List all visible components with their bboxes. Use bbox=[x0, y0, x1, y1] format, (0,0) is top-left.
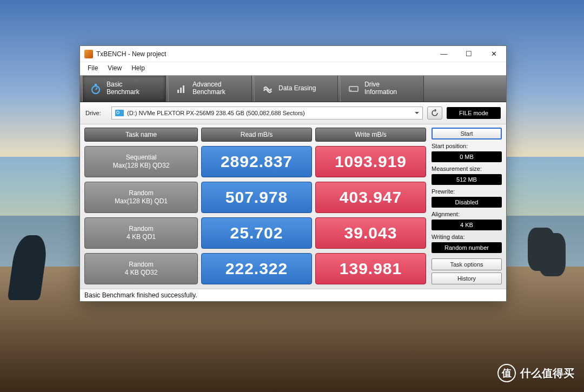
tab-label: Advanced bbox=[193, 81, 221, 88]
refresh-icon bbox=[431, 109, 439, 117]
window-title: TxBENCH - New project bbox=[96, 50, 166, 58]
write-value: 139.981 bbox=[315, 253, 426, 284]
svg-rect-3 bbox=[177, 90, 179, 93]
measurement-size-label: Measurement size: bbox=[432, 165, 502, 172]
status-bar: Basic Benchmark finished successfully. bbox=[80, 289, 506, 301]
svg-line-2 bbox=[96, 88, 97, 90]
disk-icon bbox=[115, 110, 124, 116]
minimize-button[interactable]: — bbox=[432, 46, 456, 62]
watermark: 值 什么值得买 bbox=[497, 364, 574, 382]
task-name-cell: Random 4 KB QD1 bbox=[84, 217, 198, 249]
start-position-value[interactable]: 0 MB bbox=[432, 151, 502, 162]
tab-advanced-benchmark[interactable]: AdvancedBenchmark bbox=[168, 76, 252, 102]
col-header-read: Read mB/s bbox=[201, 128, 312, 142]
drive-label: Drive: bbox=[85, 110, 107, 116]
read-value: 222.322 bbox=[201, 253, 312, 284]
drive-dropdown[interactable]: (D:) NVMe PLEXTOR PX-256M9 238.45 GB (50… bbox=[111, 107, 423, 119]
menu-file[interactable]: File bbox=[83, 63, 102, 73]
start-position-label: Start position: bbox=[432, 143, 502, 149]
side-panel: Start Start position: 0 MB Measurement s… bbox=[432, 128, 502, 287]
tab-label: Drive bbox=[364, 81, 380, 88]
alignment-value[interactable]: 4 KB bbox=[432, 220, 502, 230]
read-value: 2892.837 bbox=[201, 146, 312, 177]
tab-basic-benchmark[interactable]: BasicBenchmark bbox=[82, 76, 166, 102]
read-value: 507.978 bbox=[201, 182, 312, 213]
writing-data-label: Writing data: bbox=[432, 234, 502, 240]
table-row: Random 4 KB QD32 222.322 139.981 bbox=[84, 253, 426, 284]
titlebar[interactable]: TxBENCH - New project — ☐ ✕ bbox=[80, 46, 506, 62]
tab-label: Benchmark bbox=[193, 88, 225, 96]
table-row: Sequential Max(128 KB) QD32 2892.837 109… bbox=[84, 146, 426, 177]
prewrite-value[interactable]: Disabled bbox=[432, 197, 502, 208]
measurement-size-value[interactable]: 512 MB bbox=[432, 174, 502, 185]
close-button[interactable]: ✕ bbox=[481, 46, 506, 62]
results-column: Task name Read mB/s Write mB/s Sequentia… bbox=[84, 128, 426, 287]
erase-icon bbox=[262, 83, 273, 94]
tab-drive-information[interactable]: DriveInformation bbox=[340, 76, 424, 102]
menu-bar: File View Help bbox=[80, 62, 506, 75]
task-name-cell: Random Max(128 KB) QD1 bbox=[84, 182, 198, 213]
bars-icon bbox=[176, 83, 187, 94]
table-row: Random 4 KB QD1 25.702 39.043 bbox=[84, 217, 426, 249]
svg-rect-1 bbox=[95, 84, 97, 85]
main-area: Task name Read mB/s Write mB/s Sequentia… bbox=[80, 124, 506, 289]
watermark-text: 什么值得买 bbox=[520, 366, 574, 381]
app-window: TxBENCH - New project — ☐ ✕ File View He… bbox=[79, 45, 507, 302]
write-value: 1093.919 bbox=[315, 146, 426, 177]
stopwatch-icon bbox=[90, 83, 101, 94]
read-value: 25.702 bbox=[201, 217, 312, 249]
task-name-cell: Random 4 KB QD32 bbox=[84, 253, 198, 284]
history-button[interactable]: History bbox=[432, 273, 502, 284]
refresh-button[interactable] bbox=[427, 107, 442, 119]
start-button[interactable]: Start bbox=[432, 128, 502, 139]
write-value: 403.947 bbox=[315, 182, 426, 213]
tab-label: Data Erasing bbox=[278, 85, 316, 92]
col-header-task: Task name bbox=[84, 128, 198, 142]
drive-selector-row: Drive: (D:) NVMe PLEXTOR PX-256M9 238.45… bbox=[80, 102, 506, 124]
drive-icon bbox=[348, 83, 359, 94]
task-name-cell: Sequential Max(128 KB) QD32 bbox=[84, 146, 198, 177]
app-icon bbox=[84, 50, 93, 58]
table-row: Random Max(128 KB) QD1 507.978 403.947 bbox=[84, 182, 426, 213]
task-options-button[interactable]: Task options bbox=[432, 258, 502, 270]
file-mode-button[interactable]: FILE mode bbox=[447, 107, 501, 119]
tab-label: Benchmark bbox=[107, 88, 140, 96]
tab-label: Basic bbox=[107, 81, 122, 88]
ribbon-tabs: BasicBenchmark AdvancedBenchmark Data Er… bbox=[80, 75, 506, 102]
svg-rect-4 bbox=[180, 88, 182, 93]
writing-data-value[interactable]: Random number bbox=[432, 242, 502, 253]
prewrite-label: Prewrite: bbox=[432, 188, 502, 195]
drive-selected-text: (D:) NVMe PLEXTOR PX-256M9 238.45 GB (50… bbox=[127, 110, 305, 116]
write-value: 39.043 bbox=[315, 217, 426, 249]
maximize-button[interactable]: ☐ bbox=[456, 46, 481, 62]
tab-label: Information bbox=[364, 88, 397, 96]
svg-rect-5 bbox=[183, 85, 184, 93]
col-header-write: Write mB/s bbox=[315, 128, 426, 142]
menu-view[interactable]: View bbox=[103, 63, 126, 73]
tab-data-erasing[interactable]: Data Erasing bbox=[254, 76, 338, 102]
svg-point-7 bbox=[350, 90, 351, 91]
results-header-row: Task name Read mB/s Write mB/s bbox=[84, 128, 426, 142]
watermark-badge: 值 bbox=[497, 364, 516, 382]
alignment-label: Alignment: bbox=[432, 211, 502, 217]
wallpaper-figure bbox=[528, 228, 555, 271]
menu-help[interactable]: Help bbox=[127, 63, 149, 73]
